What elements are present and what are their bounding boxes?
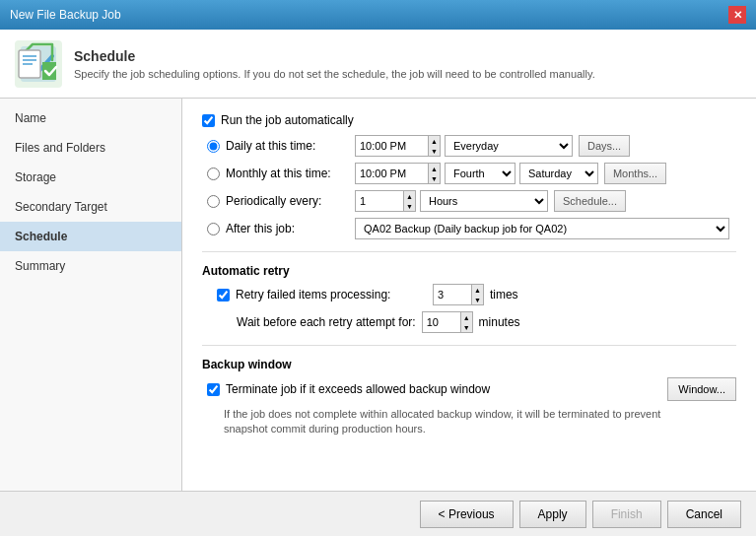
schedule-button[interactable]: Schedule... [554, 190, 626, 212]
monthly-week-select[interactable]: First Second Third Fourth Last [445, 163, 515, 184]
header: Schedule Specify the job scheduling opti… [0, 30, 756, 99]
run-automatically-label[interactable]: Run the job automatically [221, 113, 354, 127]
header-title: Schedule [74, 48, 595, 64]
periodic-row: Periodically every: ▲ ▼ Minutes Hours Sc… [207, 190, 736, 212]
monthly-radio[interactable] [207, 168, 220, 180]
backup-window-title: Backup window [202, 358, 736, 371]
window-button[interactable]: Window... [667, 377, 736, 401]
retry-row: Retry failed items processing: ▲ ▼ times [217, 284, 736, 305]
monthly-row: Monthly at this time: ▲ ▼ First Second T… [207, 163, 736, 184]
periodic-spin-btns: ▲ ▼ [404, 190, 416, 212]
finish-button[interactable]: Finish [592, 501, 661, 528]
backup-window-description: If the job does not complete within allo… [224, 407, 697, 437]
terminate-checkbox[interactable] [207, 383, 220, 396]
schedule-options: Daily at this time: ▲ ▼ Everyday Weekday… [207, 135, 736, 239]
divider-2 [202, 345, 736, 346]
retry-count-up[interactable]: ▲ [472, 285, 483, 295]
sidebar: Name Files and Folders Storage Secondary… [0, 99, 182, 491]
daily-radio[interactable] [207, 140, 220, 153]
sidebar-item-summary[interactable]: Summary [0, 251, 181, 281]
daily-radio-label[interactable]: Daily at this time: [207, 139, 355, 153]
retry-count-spin-btns: ▲ ▼ [472, 284, 484, 305]
previous-button[interactable]: < Previous [420, 501, 514, 528]
wait-unit-label: minutes [479, 315, 520, 329]
after-job-row: After this job: QA02 Backup (Daily backu… [207, 218, 736, 239]
sidebar-item-schedule[interactable]: Schedule [0, 222, 181, 251]
cancel-button[interactable]: Cancel [667, 501, 741, 528]
monthly-time-down[interactable]: ▼ [429, 173, 440, 183]
periodic-unit-select[interactable]: Minutes Hours [420, 190, 548, 212]
monthly-day-select[interactable]: Sunday Monday Tuesday Wednesday Thursday… [519, 163, 598, 184]
header-description: Specify the job scheduling options. If y… [74, 68, 595, 80]
monthly-time-input[interactable] [355, 163, 429, 184]
run-automatically-row: Run the job automatically [202, 113, 736, 127]
backup-window-row: Terminate job if it exceeds allowed back… [207, 377, 736, 401]
monthly-time-spin-btns: ▲ ▼ [429, 163, 441, 184]
monthly-time-up[interactable]: ▲ [429, 164, 440, 173]
daily-time-input[interactable] [355, 135, 429, 157]
monthly-time-spinner: ▲ ▼ [355, 163, 441, 184]
periodic-radio-label[interactable]: Periodically every: [207, 194, 355, 208]
retry-unit-label: times [490, 288, 518, 302]
divider-1 [202, 251, 736, 252]
retry-label[interactable]: Retry failed items processing: [236, 288, 433, 302]
retry-count-spinner: ▲ ▼ [433, 284, 484, 305]
periodic-value-input[interactable] [355, 190, 404, 212]
periodic-down[interactable]: ▼ [404, 201, 415, 211]
wait-label: Wait before each retry attempt for: [237, 315, 416, 329]
run-automatically-checkbox[interactable] [202, 114, 215, 127]
daily-time-up[interactable]: ▲ [429, 136, 440, 146]
auto-retry-title: Automatic retry [202, 264, 736, 278]
header-text: Schedule Specify the job scheduling opti… [74, 48, 595, 80]
daily-row: Daily at this time: ▲ ▼ Everyday Weekday… [207, 135, 736, 157]
main-content: Run the job automatically Daily at this … [182, 99, 756, 491]
retry-count-down[interactable]: ▼ [472, 295, 483, 304]
backup-window-section: Backup window Terminate job if it exceed… [202, 358, 736, 437]
daily-time-spinner: ▲ ▼ [355, 135, 441, 157]
days-button[interactable]: Days... [579, 135, 630, 157]
apply-button[interactable]: Apply [519, 501, 586, 528]
sidebar-item-storage[interactable]: Storage [0, 163, 181, 192]
retry-checkbox[interactable] [217, 289, 230, 302]
content-area: Name Files and Folders Storage Secondary… [0, 99, 756, 491]
close-button[interactable]: ✕ [728, 6, 746, 24]
after-job-radio[interactable] [207, 223, 220, 235]
wait-count-spinner: ▲ ▼ [422, 311, 473, 333]
after-job-select[interactable]: QA02 Backup (Daily backup job for QA02) [355, 218, 729, 239]
months-button[interactable]: Months... [604, 163, 666, 184]
window-title: New File Backup Job [10, 8, 121, 22]
wait-row: Wait before each retry attempt for: ▲ ▼ … [217, 311, 736, 333]
periodic-value-spinner: ▲ ▼ [355, 190, 416, 212]
app-icon [15, 40, 62, 88]
periodic-up[interactable]: ▲ [404, 191, 415, 201]
monthly-radio-label[interactable]: Monthly at this time: [207, 167, 355, 180]
retry-count-input[interactable] [433, 284, 472, 305]
after-job-radio-label[interactable]: After this job: [207, 222, 355, 235]
sidebar-item-name[interactable]: Name [0, 103, 181, 133]
auto-retry-section: Automatic retry Retry failed items proce… [202, 264, 736, 333]
footer: < Previous Apply Finish Cancel [0, 491, 756, 536]
title-bar: New File Backup Job ✕ [0, 0, 756, 30]
periodic-radio[interactable] [207, 195, 220, 208]
daily-frequency-select[interactable]: Everyday Weekdays Weekends [445, 135, 573, 157]
sidebar-item-files-and-folders[interactable]: Files and Folders [0, 133, 181, 163]
daily-time-spin-btns: ▲ ▼ [429, 135, 441, 157]
wait-count-input[interactable] [422, 311, 461, 333]
wait-count-down[interactable]: ▼ [461, 322, 472, 332]
sidebar-item-secondary-target[interactable]: Secondary Target [0, 192, 181, 222]
wait-count-up[interactable]: ▲ [461, 312, 472, 322]
terminate-label[interactable]: Terminate job if it exceeds allowed back… [226, 382, 490, 396]
wait-count-spin-btns: ▲ ▼ [461, 311, 473, 333]
daily-time-down[interactable]: ▼ [429, 146, 440, 156]
